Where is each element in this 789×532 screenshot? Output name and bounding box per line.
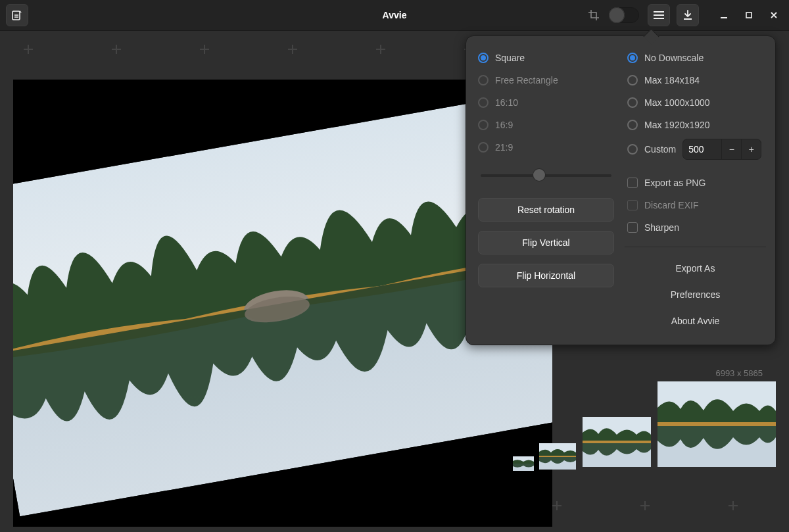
checkbox-label: Sharpen xyxy=(644,222,679,233)
radio-label: Square xyxy=(495,53,525,63)
svg-rect-2 xyxy=(654,14,664,16)
download-icon xyxy=(682,10,693,20)
aspect-option-219[interactable]: 21:9 xyxy=(478,139,614,156)
radio-label: Max 1000x1000 xyxy=(644,97,710,108)
radio-icon xyxy=(478,142,489,153)
export-button[interactable] xyxy=(677,4,699,26)
radio-label: 16:9 xyxy=(495,120,513,130)
checkbox-icon xyxy=(627,222,638,233)
close-button[interactable] xyxy=(764,5,784,25)
headerbar: Avvie xyxy=(0,0,789,30)
document-open-icon xyxy=(11,9,23,21)
radio-label: 16:10 xyxy=(495,97,518,108)
radio-icon xyxy=(478,97,489,108)
svg-rect-16 xyxy=(583,441,651,443)
hamburger-menu-button[interactable] xyxy=(648,4,670,26)
hamburger-icon xyxy=(654,11,664,20)
minimize-button[interactable] xyxy=(714,5,734,25)
maximize-button[interactable] xyxy=(739,5,759,25)
svg-rect-5 xyxy=(721,17,727,18)
checkbox-icon xyxy=(627,200,638,210)
radio-label: No Downscale xyxy=(644,53,704,63)
aspect-column: Square Free Rectangle 16:10 16:9 21:9 Re… xyxy=(478,49,614,331)
thumbnail-medium[interactable] xyxy=(583,417,651,467)
checkbox-icon xyxy=(627,178,638,188)
radio-icon xyxy=(627,97,638,108)
flip-vertical-button[interactable]: Flip Vertical xyxy=(478,231,614,254)
radio-label: 21:9 xyxy=(495,142,513,153)
thumbnail-large[interactable] xyxy=(658,381,776,467)
rotation-slider[interactable] xyxy=(481,166,611,185)
export-png-check[interactable]: Export as PNG xyxy=(627,174,763,191)
radio-icon xyxy=(627,53,638,63)
custom-size-input[interactable] xyxy=(683,144,721,155)
radio-icon[interactable] xyxy=(627,144,638,155)
open-file-button[interactable] xyxy=(6,4,28,26)
slider-track xyxy=(481,174,611,177)
checkbox-label: Export as PNG xyxy=(644,178,705,188)
radio-label: Free Rectangle xyxy=(495,75,558,85)
custom-size-spinner: − + xyxy=(682,139,761,160)
aspect-option-square[interactable]: Square xyxy=(478,49,614,66)
svg-rect-3 xyxy=(654,18,664,19)
thumbnail-dimensions: 6993 x 5865 xyxy=(715,368,763,378)
radio-label: Max 1920x1920 xyxy=(644,120,710,130)
radio-icon xyxy=(478,120,489,130)
svg-rect-4 xyxy=(684,18,692,20)
discard-exif-check[interactable]: Discard EXIF xyxy=(627,197,763,214)
crop-icon[interactable] xyxy=(588,9,600,21)
checkbox-label: Discard EXIF xyxy=(644,200,698,210)
crop-toggle[interactable] xyxy=(609,7,639,23)
aspect-option-free[interactable]: Free Rectangle xyxy=(478,72,614,89)
divider xyxy=(625,247,766,247)
export-column: No Downscale Max 184x184 Max 1000x1000 M… xyxy=(627,49,763,331)
downscale-1000[interactable]: Max 1000x1000 xyxy=(627,94,763,111)
radio-icon xyxy=(478,53,489,63)
spinner-decrement[interactable]: − xyxy=(721,139,741,159)
downscale-1920[interactable]: Max 1920x1920 xyxy=(627,116,763,133)
aspect-option-1610[interactable]: 16:10 xyxy=(478,94,614,111)
spinner-increment[interactable]: + xyxy=(741,139,761,159)
radio-label: Max 184x184 xyxy=(644,75,700,85)
toggle-thumb xyxy=(609,7,625,23)
thumbnail-small[interactable] xyxy=(539,443,576,470)
downscale-none[interactable]: No Downscale xyxy=(627,49,763,66)
svg-rect-6 xyxy=(746,12,752,18)
close-icon xyxy=(770,11,778,19)
minimize-icon xyxy=(720,11,728,19)
flip-horizontal-button[interactable]: Flip Horizontal xyxy=(478,264,614,287)
svg-rect-1 xyxy=(654,11,664,12)
menu-export-as[interactable]: Export As xyxy=(627,258,763,279)
maximize-icon xyxy=(745,11,753,19)
radio-label: Custom xyxy=(644,144,676,155)
thumbnail-tiny[interactable] xyxy=(513,456,534,471)
radio-icon xyxy=(627,120,638,130)
downscale-custom-row: Custom − + xyxy=(627,139,763,160)
radio-icon xyxy=(478,75,489,85)
menu-preferences[interactable]: Preferences xyxy=(627,284,763,305)
aspect-option-169[interactable]: 16:9 xyxy=(478,116,614,133)
header-right-controls xyxy=(588,4,785,26)
menu-about[interactable]: About Avvie xyxy=(627,310,763,331)
downscale-184[interactable]: Max 184x184 xyxy=(627,72,763,89)
sharpen-check[interactable]: Sharpen xyxy=(627,219,763,236)
svg-rect-13 xyxy=(658,422,776,426)
reset-rotation-button[interactable]: Reset rotation xyxy=(478,198,614,222)
radio-icon xyxy=(627,75,638,85)
slider-thumb[interactable] xyxy=(533,169,545,181)
settings-popover: Square Free Rectangle 16:10 16:9 21:9 Re… xyxy=(466,36,776,345)
svg-rect-19 xyxy=(539,456,576,457)
